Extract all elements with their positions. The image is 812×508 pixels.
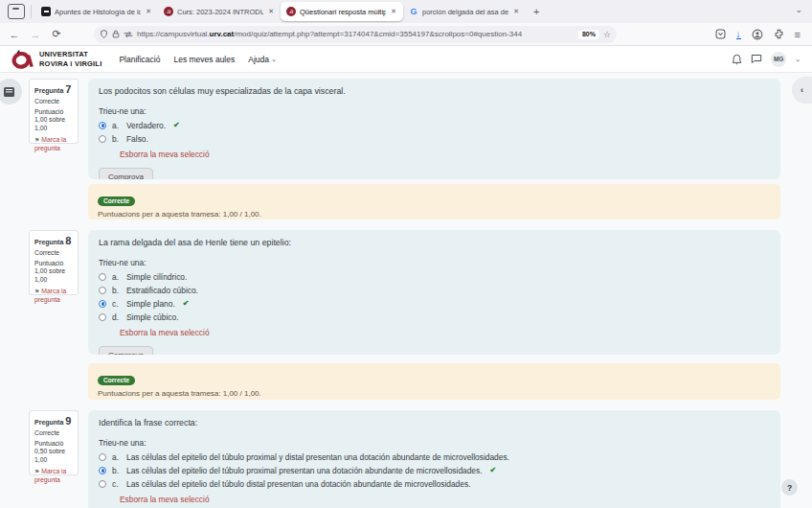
account-icon[interactable] [752,29,763,40]
forward-button[interactable]: → [25,29,46,40]
tab-google-search[interactable]: G porción delgada del asa de He ✕ [403,2,526,21]
close-icon[interactable]: ✕ [145,8,152,15]
flag-question-link[interactable]: Marca la pregunta [34,468,66,483]
question8-feedback: Correcte Puntuacions per a aquesta trame… [88,363,780,400]
question9-card: Identifica la frase correcta: Trieu-ne u… [88,410,780,508]
flag-question-link[interactable]: Marca la pregunta [34,136,66,151]
extensions-icon[interactable] [774,29,784,39]
question-mark-icon: ? [787,483,792,493]
help-button[interactable]: ? [781,479,798,496]
zoom-level-badge[interactable]: 80% [578,30,599,39]
radio-selected-icon[interactable] [99,300,106,308]
lock-icon[interactable] [112,30,120,38]
correct-badge: Correcte [98,196,135,206]
tab-curs[interactable]: a Curs: 2023-2024 INTRODUCCI ✕ [158,2,281,21]
radio-selected-icon[interactable] [99,122,106,129]
feedback-text: Puntuacions per a aquesta tramesa: 1,00 … [98,210,771,219]
option-c[interactable]: c. Las células del epitelio del túbulo d… [99,479,770,488]
option-a[interactable]: a. Simple cilíndrico. [99,272,770,281]
option-a[interactable]: a. Verdadero. ✔ [99,121,770,129]
nav-les-meves-aules[interactable]: Les meves aules [173,55,235,64]
back-button[interactable]: ← [4,29,25,40]
question-state: Correcte [34,98,73,104]
question7-card: Los podocitos son células muy especializ… [88,79,780,179]
radio-icon[interactable] [99,480,106,488]
question7-feedback: Correcte Puntuacions per a aquesta trame… [88,184,780,219]
option-b[interactable]: b. Estratificado cúbico. [99,286,770,294]
question-text: Identifica la frase correcta: [99,418,770,427]
close-icon[interactable]: ✕ [267,8,275,15]
radio-icon[interactable] [99,287,106,294]
chevron-down-icon: ⌄ [271,56,277,63]
pocket-icon[interactable] [715,29,726,39]
user-avatar[interactable]: MG [771,52,786,67]
downloads-icon[interactable]: ↓ [736,30,741,39]
flag-icon: ⚑ [34,469,39,474]
check-button[interactable]: Comprova [99,168,153,179]
clear-selection-link[interactable]: Esborra la meva selecció [120,495,770,504]
question-label: Pregunta [34,419,63,426]
bookmark-star-icon[interactable]: ☆ [603,30,611,39]
reload-button[interactable]: ⟳ [46,28,67,40]
check-button[interactable]: Comprova [99,346,153,355]
main-nav: Planificació Les meves aules Ajuda⌄ [119,55,276,64]
question-number: 9 [65,415,71,427]
notes-dark-icon [41,7,51,16]
question8-info: Pregunta 8 Correcte Puntuació 1,00 sobre… [29,230,79,295]
tab-questionari-active[interactable]: a Qüestionari resposta múltiple: E ✕ [281,2,403,21]
close-icon[interactable]: ✕ [390,8,397,15]
option-b[interactable]: b. Falso. [99,134,770,143]
question9-info: Pregunta 9 Correcte Puntuació 0,50 sobre… [29,410,79,475]
firefox-view-icon[interactable] [8,4,25,19]
campus-red-icon: a [286,7,296,16]
tab-overflow-icon[interactable]: ⌄ [795,5,802,14]
blocks-drawer-toggle[interactable]: ‹ [792,77,812,104]
question-number: 7 [65,83,71,95]
question-text: La rama delgada del asa de Henle tiene u… [99,238,770,247]
site-header: UNIVERSITAT ROVIRA i VIRGILI Planificaci… [0,46,812,73]
correct-check-icon: ✔ [490,466,497,474]
option-c[interactable]: c. Simple plano. ✔ [99,299,770,308]
radio-icon[interactable] [99,273,106,281]
messages-chat-icon[interactable] [751,54,762,64]
header-actions: MG ⌄ [732,52,801,67]
question8-card: La rama delgada del asa de Henle tiene u… [88,230,780,355]
browser-tab-strip: Apuntes de Histología de los Ó ✕ a Curs:… [0,0,812,23]
nav-planificacio[interactable]: Planificació [119,55,160,64]
google-icon: G [409,7,418,16]
urv-logo[interactable]: UNIVERSITAT ROVIRA i VIRGILI [10,49,102,70]
clear-selection-link[interactable]: Esborra la meva selecció [120,328,770,337]
radio-icon[interactable] [99,135,106,143]
user-menu-chevron-icon[interactable]: ⌄ [795,56,801,63]
close-icon[interactable]: ✕ [512,8,520,15]
radio-icon[interactable] [99,453,106,461]
radio-selected-icon[interactable] [99,467,106,474]
flag-question-link[interactable]: Marca la pregunta [34,288,66,303]
url-bar[interactable]: https://campusvirtual.urv.cat/mod/quiz/a… [94,26,617,43]
answer-prompt: Trieu-ne una: [99,106,770,116]
app-menu-icon[interactable]: ≡ [795,29,801,40]
notifications-bell-icon[interactable] [732,54,742,65]
question-grade: Puntuació 0,50 sobre 1,00 [34,440,73,464]
correct-check-icon: ✔ [183,299,190,308]
radio-icon[interactable] [99,313,106,321]
option-b[interactable]: b. Las células del epitelio del túbulo p… [99,466,770,474]
tab-title: porción delgada del asa de He [422,8,508,16]
course-index-toggle[interactable] [0,79,22,104]
campus-red-icon: a [164,7,173,16]
tab-apuntes[interactable]: Apuntes de Histología de los Ó ✕ [35,2,158,21]
correct-check-icon: ✔ [173,121,180,129]
correct-badge: Correcte [98,376,135,385]
nav-ajuda[interactable]: Ajuda⌄ [248,55,277,64]
toolbar-icons: ↓ ≡ [715,29,801,40]
urv-logo-icon [10,49,34,70]
new-tab-button[interactable]: + [533,6,539,17]
option-a[interactable]: a. Las células del epitelio del túbulo p… [99,452,770,461]
permissions-swap-icon[interactable] [124,31,133,38]
question7-info: Pregunta 7 Correcte Puntuació 1,00 sobre… [29,79,79,144]
question-text: Los podocitos son células muy especializ… [99,86,770,96]
tracking-shield-icon[interactable] [100,30,108,38]
option-d[interactable]: d. Simple cúbico. [99,312,770,321]
question-label: Pregunta [34,87,63,94]
clear-selection-link[interactable]: Esborra la meva selecció [120,150,770,159]
